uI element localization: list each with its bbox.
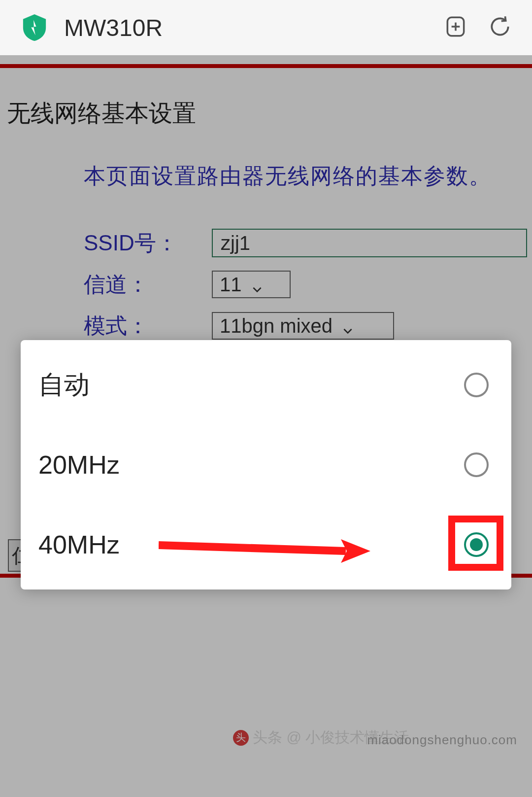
mode-label: 模式：: [84, 312, 212, 341]
page-description: 本页面设置路由器无线网络的基本参数。: [0, 144, 532, 208]
ssid-row: SSID号：: [84, 223, 532, 263]
option-auto[interactable]: 自动: [21, 345, 511, 425]
shield-icon: [23, 14, 46, 41]
add-bookmark-icon[interactable]: [443, 14, 468, 41]
option-label: 自动: [38, 368, 90, 402]
option-20mhz[interactable]: 20MHz: [21, 425, 511, 505]
mode-value: 11bgn mixed: [220, 315, 332, 337]
top-divider: [0, 64, 532, 68]
option-40mhz[interactable]: 40MHz: [21, 505, 511, 585]
page-title: 无线网络基本设置: [0, 68, 532, 144]
radio-selected-icon: [464, 532, 489, 557]
bandwidth-options-sheet: 自动 20MHz 40MHz: [21, 340, 511, 589]
refresh-icon[interactable]: [488, 14, 512, 41]
browser-actions: [443, 14, 512, 41]
mode-select[interactable]: 11bgn mixed: [212, 312, 394, 340]
option-label: 20MHz: [38, 450, 120, 480]
watermark-site: miaodongshenghuo.com: [367, 732, 517, 748]
mode-row: 模式： 11bgn mixed: [84, 306, 532, 346]
chevron-down-icon: [251, 278, 264, 291]
ssid-input[interactable]: [212, 229, 527, 257]
url-title-field[interactable]: [64, 14, 426, 41]
browser-address-bar: [0, 0, 532, 55]
channel-row: 信道： 11: [84, 265, 532, 304]
watermark-prefix: 头条 @: [253, 728, 301, 748]
ssid-label: SSID号：: [84, 229, 212, 258]
radio-icon: [464, 452, 489, 477]
channel-value: 11: [220, 274, 242, 296]
channel-label: 信道：: [84, 270, 212, 299]
radio-icon: [464, 373, 489, 397]
chevron-down-icon: [341, 319, 354, 332]
toutiao-icon: 头: [233, 730, 249, 746]
channel-select[interactable]: 11: [212, 271, 291, 298]
option-label: 40MHz: [38, 530, 120, 559]
